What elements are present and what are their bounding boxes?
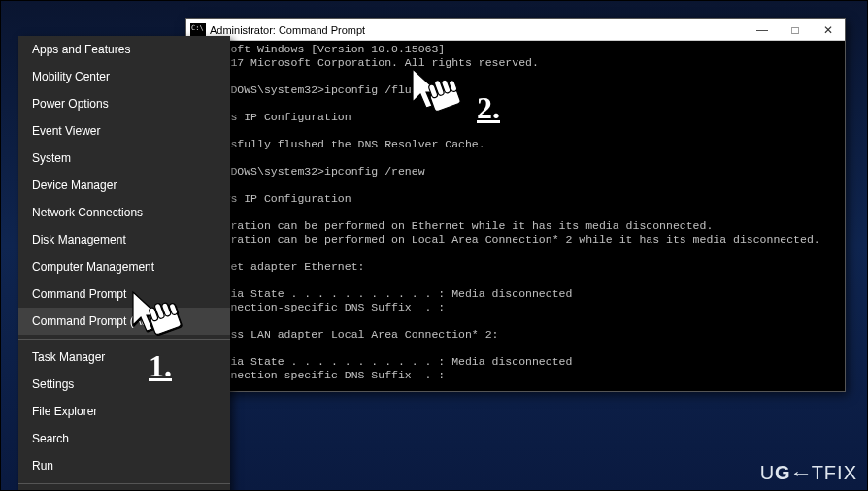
cmd-icon	[190, 23, 206, 37]
menu-item-search[interactable]: Search	[18, 425, 230, 452]
menu-item-command-prompt-admin-[interactable]: Command Prompt (Admin)	[18, 308, 230, 335]
menu-item-device-manager[interactable]: Device Manager	[18, 172, 230, 199]
minimize-button[interactable]: —	[746, 19, 779, 41]
menu-item-file-explorer[interactable]: File Explorer	[18, 398, 230, 425]
watermark-arrow-icon: ←	[789, 462, 814, 484]
menu-item-task-manager[interactable]: Task Manager	[18, 344, 230, 371]
menu-item-mobility-center[interactable]: Mobility Center	[18, 63, 230, 90]
command-prompt-window: Administrator: Command Prompt — □ ✕ Micr…	[185, 18, 846, 392]
watermark-post: TFIX	[812, 462, 857, 484]
menu-item-event-viewer[interactable]: Event Viewer	[18, 117, 230, 145]
winx-context-menu: Apps and FeaturesMobility CenterPower Op…	[18, 36, 230, 491]
menu-item-network-connections[interactable]: Network Connections	[18, 199, 230, 226]
titlebar[interactable]: Administrator: Command Prompt — □ ✕	[186, 19, 845, 41]
menu-item-power-options[interactable]: Power Options	[18, 90, 230, 117]
menu-item-run[interactable]: Run	[18, 452, 230, 479]
menu-item-computer-management[interactable]: Computer Management	[18, 253, 230, 280]
window-title: Administrator: Command Prompt	[210, 24, 746, 36]
maximize-button[interactable]: □	[779, 19, 812, 41]
watermark-pre: U	[760, 462, 775, 484]
close-button[interactable]: ✕	[812, 19, 845, 41]
step-label-1: 1.	[149, 348, 172, 384]
menu-item-settings[interactable]: Settings	[18, 371, 230, 398]
menu-item-apps-and-features[interactable]: Apps and Features	[18, 36, 230, 63]
console-output[interactable]: Microsoft Windows [Version 10.0.15063] (…	[186, 41, 845, 391]
menu-item-system[interactable]: System	[18, 145, 230, 172]
menu-separator	[18, 339, 230, 340]
menu-separator	[18, 483, 230, 484]
step-label-2: 2.	[477, 90, 500, 126]
watermark: UG←TFIX	[760, 462, 857, 484]
menu-item-disk-management[interactable]: Disk Management	[18, 226, 230, 253]
menu-item-command-prompt[interactable]: Command Prompt	[18, 280, 230, 308]
